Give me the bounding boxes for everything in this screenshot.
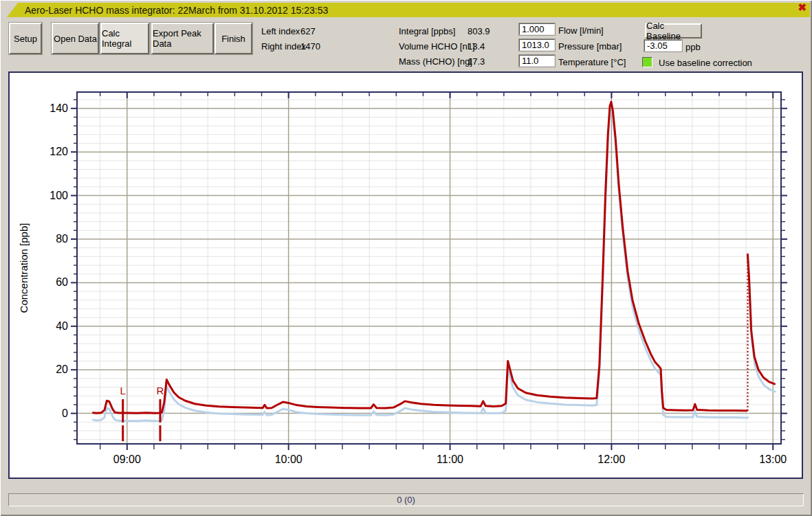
app-window: { "window": { "title": "Aero-Laser HCHO … [0,0,812,516]
svg-text:140: 140 [50,102,68,114]
mass-label: Mass (HCHO) [ng] [399,56,472,67]
svg-text:11:00: 11:00 [437,453,463,465]
flow-input[interactable] [519,23,555,35]
svg-text:0: 0 [62,407,68,419]
status-bar: 0 (0) [8,493,804,506]
close-icon[interactable]: ✖ [798,1,806,14]
volume-value: 13.4 [468,41,485,52]
title-bar: Aero-Laser HCHO mass integrator: 22March… [7,3,810,17]
export-peak-data-button[interactable]: Export Peak Data [151,23,214,54]
calc-baseline-button[interactable]: Calc Baseline [645,23,702,38]
integral-value: 803.9 [468,26,490,36]
calc-integral-button[interactable]: Calc Integral [100,23,149,54]
y-axis-title: Concentration [ppb] [18,223,30,313]
pressure-label: Pressure [mbar] [558,41,622,52]
svg-text:40: 40 [56,320,68,332]
svg-text:10:00: 10:00 [275,453,303,465]
status-text: 0 (0) [397,495,415,505]
left-index-label: Left index [261,26,300,36]
baseline-value-input[interactable] [644,40,682,52]
temperature-label: Temperature [°C] [558,57,626,67]
pressure-input[interactable] [519,39,555,51]
window-title: Aero-Laser HCHO mass integrator: 22March… [25,5,328,16]
svg-text:12:00: 12:00 [597,453,625,465]
chart-svg: 02040608010012014009:0010:0011:0012:0013… [10,73,802,478]
mass-value: 17.3 [468,56,485,67]
use-baseline-correction-checkbox[interactable] [642,57,652,67]
flow-label: Flow [l/min] [558,25,604,36]
svg-text:120: 120 [50,146,68,157]
svg-text:100: 100 [50,190,68,201]
left-index-value: 627 [300,26,316,36]
use-baseline-correction-label: Use baseline correction [659,58,752,68]
right-index-label: Right index [261,41,306,52]
x-axis-title: Time [418,475,441,478]
open-data-button[interactable]: Open Data [52,23,99,54]
svg-text:13:00: 13:00 [759,453,787,465]
svg-text:20: 20 [56,363,68,375]
right-index-value: 1470 [300,41,320,52]
concentration-chart[interactable]: 02040608010012014009:0010:0011:0012:0013… [8,71,803,479]
temperature-input[interactable] [519,55,555,67]
svg-text:R: R [157,385,164,396]
baseline-unit-label: ppb [685,42,701,52]
integral-label: Integral [ppbs] [399,26,455,36]
svg-text:60: 60 [56,276,68,288]
svg-text:09:00: 09:00 [113,453,141,465]
svg-text:80: 80 [56,233,68,245]
svg-text:L: L [120,385,126,396]
setup-button[interactable]: Setup [9,23,42,54]
finish-button[interactable]: Finish [215,23,252,54]
volume-label: Volume HCHO [nL] [399,41,475,52]
